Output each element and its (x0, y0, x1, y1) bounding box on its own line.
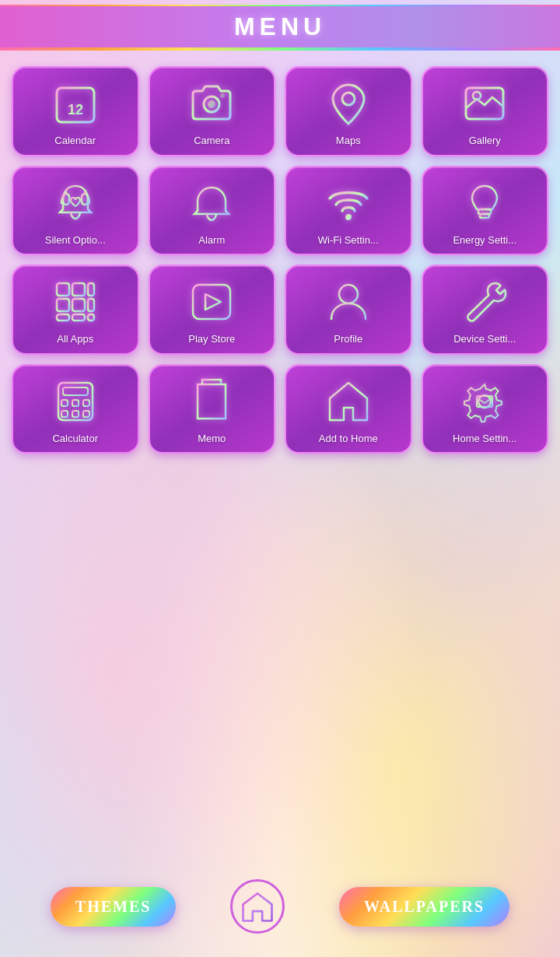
app-wifi[interactable]: Wi-Fi Settin... (285, 166, 412, 256)
calculator-label: Calculator (52, 433, 98, 445)
svg-marker-27 (205, 294, 221, 310)
memo-icon (187, 377, 236, 426)
calculator-icon (51, 377, 100, 426)
addtohome-label: Add to Home (319, 433, 378, 445)
homesettings-icon (460, 377, 509, 426)
alarm-icon (187, 178, 236, 228)
svg-point-14 (345, 214, 352, 220)
svg-rect-22 (88, 299, 94, 311)
svg-rect-17 (57, 283, 69, 296)
app-camera[interactable]: Camera (149, 66, 276, 156)
maps-label: Maps (336, 135, 361, 147)
homesettings-label: Home Settin... (453, 433, 516, 445)
main-content: 12 Calendar (0, 51, 560, 454)
maps-icon (324, 79, 373, 128)
svg-rect-23 (57, 314, 69, 321)
energy-icon (460, 178, 509, 228)
svg-rect-33 (83, 400, 89, 406)
addtohome-icon (324, 377, 373, 426)
app-profile[interactable]: Profile (285, 265, 412, 355)
svg-rect-34 (61, 411, 68, 417)
svg-rect-35 (72, 411, 79, 417)
svg-rect-11 (63, 194, 69, 205)
alarm-label: Alarm (198, 234, 225, 247)
calendar-icon: 12 (51, 79, 100, 128)
app-silent[interactable]: Silent Optio... (12, 166, 139, 256)
svg-rect-36 (83, 411, 89, 417)
app-maps[interactable]: Maps (285, 66, 412, 156)
camera-label: Camera (194, 135, 229, 147)
profile-label: Profile (334, 333, 362, 345)
app-alarm[interactable]: Alarm (149, 166, 276, 256)
silent-label: Silent Optio... (45, 234, 106, 247)
app-memo[interactable]: Memo (149, 364, 276, 454)
profile-icon (324, 277, 373, 327)
svg-rect-32 (72, 400, 79, 406)
svg-rect-21 (72, 299, 85, 311)
silent-icon (51, 178, 100, 228)
allapps-icon (51, 277, 100, 327)
svg-rect-31 (61, 400, 68, 406)
camera-icon (187, 79, 236, 128)
svg-point-8 (342, 93, 355, 105)
themes-button[interactable]: Themes (51, 887, 177, 927)
svg-rect-16 (480, 214, 489, 218)
settings-icon (460, 277, 509, 327)
app-energy[interactable]: Energy Setti... (422, 166, 549, 256)
wifi-icon (324, 178, 373, 228)
svg-rect-30 (63, 387, 88, 395)
header: MENU (0, 5, 560, 51)
gallery-label: Gallery (469, 135, 501, 147)
svg-rect-19 (88, 283, 94, 296)
app-calculator[interactable]: Calculator (12, 364, 139, 454)
gallery-icon (460, 79, 509, 128)
app-devicesettings[interactable]: Device Setti... (422, 265, 549, 355)
app-grid: 12 Calendar (12, 66, 548, 454)
svg-point-7 (220, 93, 225, 98)
playstore-icon (187, 277, 236, 327)
svg-rect-12 (82, 194, 88, 205)
app-homesettings[interactable]: Home Settin... (422, 364, 549, 454)
svg-point-28 (339, 285, 358, 303)
wifi-label: Wi-Fi Settin... (318, 234, 379, 247)
app-gallery[interactable]: Gallery (422, 66, 549, 156)
bottom-navigation: Themes Wallpapers (0, 879, 560, 934)
allapps-label: All Apps (57, 333, 93, 345)
svg-text:12: 12 (68, 102, 83, 117)
svg-rect-24 (72, 314, 85, 321)
svg-rect-25 (88, 314, 94, 321)
app-allapps[interactable]: All Apps (12, 265, 139, 355)
app-addtohome[interactable]: Add to Home (285, 364, 412, 454)
calendar-label: Calendar (54, 135, 96, 147)
memo-label: Memo (198, 433, 226, 445)
home-button[interactable] (230, 879, 285, 934)
svg-rect-26 (193, 285, 230, 319)
devicesettings-label: Device Setti... (453, 333, 516, 345)
svg-rect-18 (72, 283, 85, 296)
app-playstore[interactable]: Play Store (149, 265, 276, 355)
svg-rect-20 (57, 299, 69, 311)
svg-point-6 (208, 100, 215, 108)
svg-point-42 (478, 395, 491, 408)
energy-label: Energy Setti... (453, 234, 516, 247)
app-calendar[interactable]: 12 Calendar (12, 66, 139, 156)
page-title: MENU (0, 12, 560, 41)
playstore-label: Play Store (188, 333, 235, 345)
wallpapers-button[interactable]: Wallpapers (339, 887, 509, 927)
